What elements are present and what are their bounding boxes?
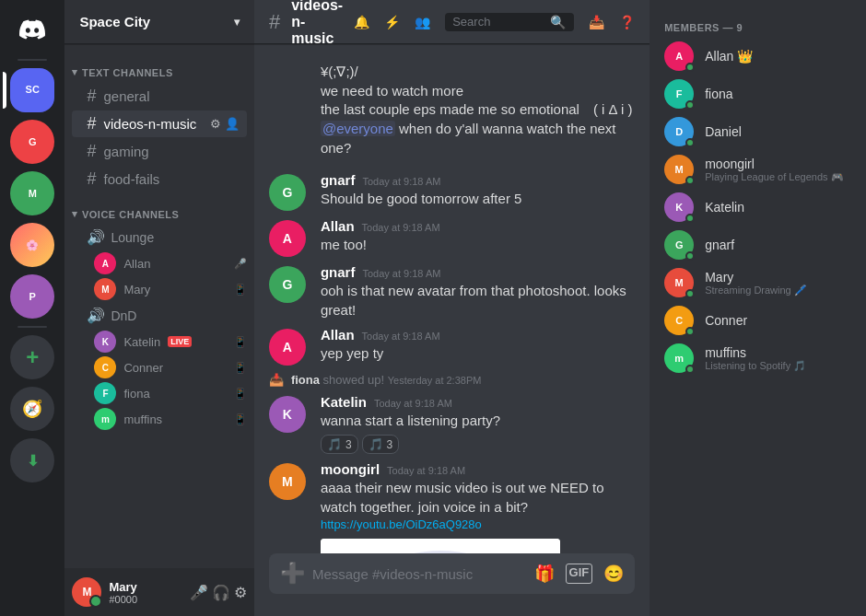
channel-name: general bbox=[103, 88, 239, 104]
members-icon[interactable]: 👥 bbox=[415, 15, 430, 29]
member-item-conner[interactable]: C Conner bbox=[657, 302, 859, 339]
chevron-icon: ▾ bbox=[72, 208, 78, 220]
message-header: Allan Today at 9:18 AM bbox=[321, 218, 635, 234]
settings-icon[interactable]: ⚙ bbox=[210, 117, 221, 131]
message-group-katelin: K Katelin Today at 9:18 AM wanna start a… bbox=[254, 390, 650, 458]
server-icon-3[interactable]: M bbox=[10, 171, 54, 215]
live-badge: LIVE bbox=[168, 336, 192, 347]
channel-name: food-fails bbox=[103, 171, 239, 187]
message-content: Allan Today at 9:18 AM yep yep ty bbox=[321, 327, 635, 366]
settings-icon[interactable]: ⚙ bbox=[234, 584, 247, 601]
member-status: Streaming Drawing 🖊️ bbox=[705, 285, 851, 296]
message-author[interactable]: gnarf bbox=[321, 172, 356, 188]
message-group-allan2: A Allan Today at 9:18 AM yep yep ty bbox=[254, 323, 650, 369]
deafen-icon[interactable]: 🎧 bbox=[212, 584, 230, 601]
member-item-allan[interactable]: A Allan 👑 bbox=[657, 38, 859, 75]
server-name-bar[interactable]: Space City ▾ bbox=[64, 0, 253, 44]
member-info: moongirl Playing League of Legends 🎮 bbox=[705, 157, 851, 183]
voice-channels-category[interactable]: ▾ VOICE CHANNELS bbox=[64, 193, 253, 224]
member-icons: 📱 bbox=[234, 388, 247, 400]
channel-gaming[interactable]: # gaming bbox=[72, 138, 246, 165]
member-item-katelin[interactable]: K Katelin bbox=[657, 189, 859, 226]
member-item-fiona[interactable]: F fiona bbox=[657, 76, 859, 112]
member-item-gnarf[interactable]: G gnarf bbox=[657, 227, 859, 263]
server-icon-2[interactable]: G bbox=[10, 120, 54, 164]
search-input[interactable] bbox=[452, 15, 544, 29]
voice-member-conner[interactable]: C Conner 📱 bbox=[64, 354, 253, 380]
avatar: M bbox=[269, 463, 306, 500]
server-icon-spacecity[interactable]: SC bbox=[10, 68, 54, 112]
search-box[interactable]: 🔍 bbox=[445, 13, 574, 31]
gif-icon[interactable]: GIF bbox=[566, 564, 593, 584]
voice-member-muffins[interactable]: m muffins 📱 bbox=[64, 406, 253, 432]
mention[interactable]: @everyone bbox=[321, 121, 395, 136]
message-author[interactable]: gnarf bbox=[321, 264, 356, 280]
boost-icon[interactable]: ⚡ bbox=[384, 15, 400, 29]
add-server-button[interactable]: + bbox=[10, 335, 54, 379]
voice-dnd[interactable]: 🔊 DnD bbox=[72, 303, 246, 328]
bell-icon[interactable]: 🔔 bbox=[354, 15, 369, 29]
text-channels-category[interactable]: ▾ TEXT CHANNELS bbox=[64, 52, 253, 82]
message-author[interactable]: moongirl bbox=[321, 461, 380, 477]
voice-lounge[interactable]: 🔊 Lounge bbox=[72, 225, 246, 250]
header-icons: 🔔 ⚡ 👥 🔍 📥 ❓ bbox=[354, 13, 635, 31]
help-icon[interactable]: ❓ bbox=[619, 15, 635, 29]
chevron-down-icon: ▾ bbox=[234, 16, 240, 29]
download-button[interactable]: ⬇ bbox=[10, 438, 54, 482]
channel-name: videos-n-music bbox=[103, 116, 204, 132]
gift-icon[interactable]: 🎁 bbox=[534, 564, 555, 584]
server-icon-5[interactable]: P bbox=[10, 274, 54, 319]
voice-member-katelin[interactable]: K Katelin LIVE 📱 bbox=[64, 329, 253, 354]
member-info: Mary Streaming Drawing 🖊️ bbox=[705, 270, 851, 296]
mute-icon[interactable]: 🎤 bbox=[190, 584, 208, 601]
message-group-allan1: A Allan Today at 9:18 AM me too! bbox=[254, 215, 650, 261]
discover-servers-button[interactable]: 🧭 bbox=[10, 387, 54, 431]
input-icons: 🎁 GIF 😊 bbox=[534, 564, 625, 584]
member-item-daniel[interactable]: D Daniel bbox=[657, 113, 859, 150]
member-avatar: A bbox=[664, 41, 694, 71]
avatar: K bbox=[269, 396, 306, 433]
reaction-2[interactable]: 🎵 3 bbox=[362, 435, 400, 454]
member-avatar: K bbox=[664, 192, 694, 222]
avatar-spacer bbox=[269, 63, 306, 157]
message-header: Allan Today at 9:18 AM bbox=[321, 327, 635, 343]
inbox-icon[interactable]: 📥 bbox=[589, 15, 604, 29]
message-author[interactable]: Allan bbox=[321, 218, 355, 234]
voice-channel-name: DnD bbox=[111, 308, 136, 323]
message-author[interactable]: Allan bbox=[321, 327, 355, 343]
status-indicator bbox=[685, 138, 695, 147]
message-author[interactable]: Katelin bbox=[321, 394, 367, 410]
message-content: Allan Today at 9:18 AM me too! bbox=[321, 218, 635, 257]
voice-member-fiona[interactable]: F fiona 📱 bbox=[64, 380, 253, 406]
member-item-moongirl[interactable]: M moongirl Playing League of Legends 🎮 bbox=[657, 151, 859, 188]
voice-member-mary[interactable]: M Mary 📱 bbox=[64, 276, 253, 302]
channel-general[interactable]: # general bbox=[72, 83, 246, 110]
message-header: gnarf Today at 9:18 AM bbox=[321, 264, 635, 280]
channel-food-fails[interactable]: # food-fails bbox=[72, 166, 246, 192]
channel-videos-n-music[interactable]: # videos-n-music ⚙ 👤 bbox=[72, 110, 246, 137]
discord-logo[interactable] bbox=[0, 7, 64, 52]
emoji-icon[interactable]: 😊 bbox=[603, 564, 624, 584]
chevron-icon: ▾ bbox=[72, 66, 78, 78]
channel-action-icons: ⚙ 👤 bbox=[210, 117, 240, 131]
message-input[interactable] bbox=[312, 566, 527, 582]
reaction-count: 3 bbox=[345, 438, 352, 451]
video-embed[interactable]: BEAK bbox=[321, 539, 560, 553]
chat-input-box: ➕ 🎁 GIF 😊 bbox=[269, 553, 635, 594]
message-content: ¥(;∇;)/ we need to watch more the last c… bbox=[321, 63, 635, 157]
user-info: Mary #0000 bbox=[109, 580, 181, 605]
member-item-mary[interactable]: M Mary Streaming Drawing 🖊️ bbox=[657, 264, 859, 301]
member-avatar: G bbox=[664, 230, 694, 260]
voice-member-allan[interactable]: A Allan 🎤 bbox=[64, 250, 253, 276]
add-member-icon[interactable]: 👤 bbox=[225, 117, 240, 131]
member-status: Playing League of Legends 🎮 bbox=[705, 171, 851, 183]
message-group-gnarf2: G gnarf Today at 9:18 AM ooh is that new… bbox=[254, 261, 650, 323]
server-icon-4[interactable]: 🌸 bbox=[10, 223, 54, 267]
member-info: Conner bbox=[705, 313, 851, 328]
member-avatar: D bbox=[664, 117, 694, 146]
member-item-muffins[interactable]: m muffins Listening to Spotify 🎵 bbox=[657, 340, 859, 377]
reaction-1[interactable]: 🎵 3 bbox=[321, 435, 358, 454]
add-attachment-icon[interactable]: ➕ bbox=[280, 562, 305, 586]
reaction-emoji: 🎵 bbox=[369, 437, 383, 451]
message-link[interactable]: https://youtu.be/OiDz6aQ928o bbox=[321, 517, 482, 531]
